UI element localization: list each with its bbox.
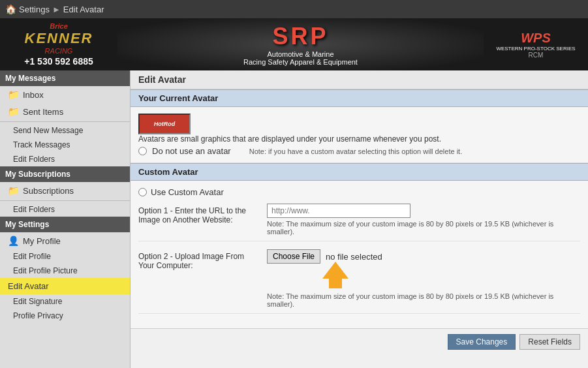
sidebar-header-messages: My Messages bbox=[0, 70, 130, 86]
sidebar-item-subscriptions[interactable]: 📁 Subscriptions bbox=[0, 182, 130, 199]
sidebar-item-edit-profile[interactable]: Edit Profile bbox=[0, 249, 130, 264]
svg-marker-0 bbox=[322, 262, 348, 288]
custom-avatar-section: Use Custom Avatar Option 1 - Enter the U… bbox=[131, 181, 588, 328]
option1-label: Option 1 - Enter the URL to the Image on… bbox=[138, 204, 259, 224]
url-input[interactable] bbox=[267, 204, 410, 218]
sidebar-item-edit-folders-sub[interactable]: Edit Folders bbox=[0, 202, 130, 217]
top-nav: 🏠 Settings ► Edit Avatar bbox=[0, 0, 588, 18]
banner-racing: RACING bbox=[45, 47, 73, 55]
option2-label: Option 2 - Upload Image From Your Comput… bbox=[138, 249, 259, 270]
save-button[interactable]: Save Changes bbox=[448, 334, 516, 350]
sidebar-label-subscriptions: Subscriptions bbox=[23, 186, 74, 196]
banner-line1: Automotive & Marine bbox=[267, 50, 333, 58]
use-custom-label: Use Custom Avatar bbox=[151, 187, 224, 197]
banner-left: Brice KENNER RACING +1 530 592 6885 bbox=[0, 18, 117, 70]
sidebar-divider-2 bbox=[0, 200, 130, 201]
folder-icon-subs: 📁 bbox=[8, 185, 19, 196]
banner-rcm: RCM bbox=[529, 52, 544, 59]
no-avatar-radio[interactable] bbox=[138, 147, 147, 155]
option2-content: Choose File no file selected Note: The m… bbox=[267, 249, 580, 308]
banner-right: WPS WESTERN PRO-STOCK SERIES RCM bbox=[484, 18, 588, 70]
current-avatar-title: Your Current Avatar bbox=[131, 89, 588, 107]
option1-note: Note: The maximum size of your custom im… bbox=[267, 220, 580, 236]
home-icon[interactable]: 🏠 bbox=[5, 4, 16, 14]
banner-line2: Racing Safety Apparel & Equipment bbox=[243, 58, 358, 66]
content-header: Edit Avatar bbox=[131, 70, 588, 89]
banner-srp-logo: SRP bbox=[272, 23, 328, 50]
breadcrumb-sep: ► bbox=[52, 5, 61, 14]
current-avatar-image: HotRod bbox=[138, 114, 191, 134]
no-avatar-label: Do not use an avatar bbox=[152, 146, 231, 156]
sidebar-item-inbox[interactable]: 📁 Inbox bbox=[0, 86, 130, 103]
folder-icon-sent: 📁 bbox=[8, 106, 19, 117]
custom-avatar-title: Custom Avatar bbox=[131, 163, 588, 181]
option1-content: Note: The maximum size of your custom im… bbox=[267, 204, 580, 236]
sidebar-label-sent: Sent Items bbox=[23, 107, 63, 117]
sidebar-item-profile-privacy[interactable]: Profile Privacy bbox=[0, 309, 130, 323]
choose-file-button[interactable]: Choose File bbox=[267, 249, 320, 264]
breadcrumb-settings[interactable]: Settings bbox=[19, 5, 50, 14]
sidebar-item-edit-profile-picture[interactable]: Edit Profile Picture bbox=[0, 264, 130, 278]
sidebar-label-inbox: Inbox bbox=[23, 90, 44, 100]
reset-button[interactable]: Reset Fields bbox=[519, 334, 580, 350]
sidebar: My Messages 📁 Inbox 📁 Sent Items Send Ne… bbox=[0, 70, 131, 368]
sidebar-divider-1 bbox=[0, 121, 130, 122]
user-icon: 👤 bbox=[8, 236, 19, 246]
banner-phone: +1 530 592 6885 bbox=[24, 56, 93, 67]
option2-row: Option 2 - Upload Image From Your Comput… bbox=[138, 249, 580, 314]
sidebar-item-send-new[interactable]: Send New Message bbox=[0, 123, 130, 138]
sidebar-item-edit-avatar[interactable]: Edit Avatar bbox=[0, 278, 130, 294]
sidebar-item-edit-folders-msg[interactable]: Edit Folders bbox=[0, 152, 130, 166]
sidebar-header-settings: My Settings bbox=[0, 217, 130, 232]
breadcrumb-edit-avatar: Edit Avatar bbox=[63, 5, 104, 14]
banner-kenner: KENNER bbox=[25, 30, 93, 47]
sidebar-item-my-profile[interactable]: 👤 My Profile bbox=[0, 232, 130, 249]
no-avatar-row: Do not use an avatar Note: if you have a… bbox=[138, 146, 580, 156]
sidebar-item-sent[interactable]: 📁 Sent Items bbox=[0, 103, 130, 120]
banner: Brice KENNER RACING +1 530 592 6885 SRP … bbox=[0, 18, 588, 70]
banner-wps-sub: WESTERN PRO-STOCK SERIES bbox=[496, 46, 575, 52]
arrow-up-svg bbox=[319, 260, 352, 290]
banner-wps-logo: WPS bbox=[521, 31, 551, 46]
arrow-indicator bbox=[267, 260, 580, 290]
avatar-note: Note: if you have a custom avatar select… bbox=[249, 147, 463, 155]
sidebar-label-edit-avatar: Edit Avatar bbox=[8, 281, 49, 291]
sidebar-header-subscriptions: My Subscriptions bbox=[0, 166, 130, 182]
banner-brand: Brice bbox=[50, 22, 68, 30]
use-custom-radio[interactable] bbox=[138, 188, 147, 196]
sidebar-item-track[interactable]: Track Messages bbox=[0, 138, 130, 152]
option2-note: Note: The maximum size of your custom im… bbox=[267, 292, 580, 308]
use-custom-row: Use Custom Avatar bbox=[138, 187, 580, 197]
current-avatar-section: HotRod Avatars are small graphics that a… bbox=[131, 107, 588, 163]
folder-icon-inbox: 📁 bbox=[8, 89, 19, 100]
option1-row: Option 1 - Enter the URL to the Image on… bbox=[138, 204, 580, 241]
actions-row: Save Changes Reset Fields bbox=[131, 328, 588, 355]
banner-center: SRP Automotive & Marine Racing Safety Ap… bbox=[117, 18, 484, 70]
avatar-description: Avatars are small graphics that are disp… bbox=[138, 134, 580, 144]
sidebar-label-my-profile: My Profile bbox=[23, 236, 61, 246]
content-area: Edit Avatar Your Current Avatar HotRod A… bbox=[131, 70, 588, 368]
sidebar-item-edit-signature[interactable]: Edit Signature bbox=[0, 294, 130, 309]
